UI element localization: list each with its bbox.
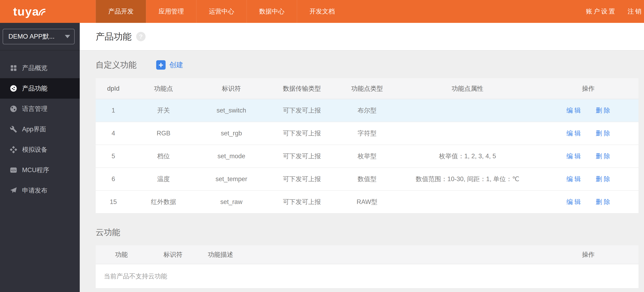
cell-dpid: 6 [96,168,131,191]
cell-identifier: set_switch [196,99,266,122]
table-row: 4 RGB set_rgb 可下发可上报 字符型 编 辑 删 除 [96,122,638,145]
project-selector-section: DEMO APP默... [0,23,80,50]
delete-link[interactable]: 删 除 [596,175,610,183]
edit-link[interactable]: 编 辑 [566,175,581,183]
content-area: 自定义功能 + 创建 dpId 功能点 标识符 数据传输类型 功能点类型 功能点… [80,51,644,288]
table-row: 6 温度 set_temper 可下发可上报 数值型 数值范围：10-30, 间… [96,168,638,191]
cell-identifier: set_temper [196,168,266,191]
cell-transfer: 可下发可上报 [266,122,337,145]
account-settings-link[interactable]: 账户设置 [586,7,616,16]
delete-link[interactable]: 删 除 [596,130,610,137]
cell-type: RAW型 [337,191,397,213]
tab-app-management[interactable]: 应用管理 [146,0,196,23]
sidebar-menu: 产品概览 产品功能 语言管理 App界面 模拟设备 [0,50,80,201]
cell-dpid: 4 [96,122,131,145]
cell-transfer: 可下发可上报 [266,191,337,213]
cell-type: 枚举型 [337,145,397,168]
code-icon: </> [10,166,17,174]
sidebar-item-language-management[interactable]: 语言管理 [0,99,80,119]
cell-dpid: 1 [96,99,131,122]
logo-text: tuya [13,5,39,17]
sidebar-item-label: 申请发布 [22,186,48,195]
delete-link[interactable]: 删 除 [596,198,610,205]
custom-functions-section-head: 自定义功能 + 创建 [96,59,638,70]
cell-identifier: set_raw [196,191,266,213]
cell-dpid: 15 [96,191,131,213]
globe-icon [10,105,17,112]
sidebar-item-virtual-device[interactable]: 模拟设备 [0,139,80,160]
sidebar-item-app-ui[interactable]: App界面 [0,119,80,139]
cell-attrs [397,191,538,213]
col-spacer [242,245,538,264]
cloud-functions-heading: 云功能 [96,227,638,238]
cell-identifier: set_mode [196,145,266,168]
table-row: 1 开关 set_switch 可下发可上报 布尔型 编 辑 删 除 [96,99,638,122]
custom-functions-heading: 自定义功能 [96,59,136,70]
create-button-label: 创建 [169,60,183,70]
edit-link[interactable]: 编 辑 [566,198,581,205]
cell-identifier: set_rgb [196,122,266,145]
cell-name: RGB [131,122,196,145]
sidebar-item-label: App界面 [22,125,46,134]
tab-operation-center[interactable]: 运营中心 [196,0,246,23]
plus-icon: + [156,60,166,70]
empty-state-text: 当前产品不支持云功能 [96,264,638,288]
cell-type: 数值型 [337,168,397,191]
col-identifier: 标识符 [147,245,199,264]
cell-actions: 编 辑 删 除 [538,99,638,122]
edit-link[interactable]: 编 辑 [566,107,581,114]
cell-name: 红外数据 [131,191,196,213]
topbar-right: 账户设置 注销 [586,0,644,23]
tuya-logo[interactable]: tuya [0,0,80,23]
tab-data-center[interactable]: 数据中心 [246,0,297,23]
cell-transfer: 可下发可上报 [266,168,337,191]
create-button[interactable]: + 创建 [156,60,183,70]
sidebar-item-mcu-program[interactable]: </> MCU程序 [0,160,80,180]
table-header-row: 功能 标识符 功能描述 操作 [96,245,638,264]
cell-name: 温度 [131,168,196,191]
empty-state-row: 当前产品不支持云功能 [96,264,638,288]
main-nav: 产品开发 应用管理 运营中心 数据中心 开发文档 [96,0,347,23]
wrench-icon [10,126,17,133]
cell-transfer: 可下发可上报 [266,99,337,122]
table-row: 15 红外数据 set_raw 可下发可上报 RAW型 编 辑 删 除 [96,191,638,213]
help-icon[interactable]: ? [136,32,146,41]
delete-link[interactable]: 删 除 [596,107,610,114]
col-transfer-type: 数据传输类型 [266,78,337,99]
main-content: 产品功能 ? 自定义功能 + 创建 dpId 功能点 标识符 数据传输类型 功 [80,23,644,292]
tab-dev-docs[interactable]: 开发文档 [297,0,347,23]
sidebar-item-product-overview[interactable]: 产品概览 [0,58,80,78]
topbar: tuya 产品开发 应用管理 运营中心 数据中心 开发文档 账户设置 注销 [0,0,644,23]
chevron-down-icon [65,35,70,38]
sidebar-item-apply-release[interactable]: 申请发布 [0,180,80,201]
col-description: 功能描述 [199,245,242,264]
col-identifier: 标识符 [196,78,266,99]
col-dp-type: 功能点类型 [337,78,397,99]
col-function: 功能 [96,245,147,264]
sidebar-item-label: 语言管理 [22,105,48,113]
cell-attrs: 枚举值：1, 2, 3, 4, 5 [397,145,538,168]
sidebar: DEMO APP默... 产品概览 产品功能 语言管理 App [0,23,80,292]
project-selector[interactable]: DEMO APP默... [3,29,74,44]
sidebar-item-label: MCU程序 [22,166,49,174]
sidebar-item-product-functions[interactable]: 产品功能 [0,78,80,99]
cell-actions: 编 辑 删 除 [538,145,638,168]
cell-attrs [397,122,538,145]
col-actions: 操作 [538,78,638,99]
edit-link[interactable]: 编 辑 [566,153,581,160]
logout-link[interactable]: 注销 [628,7,643,16]
page-title: 产品功能 [96,31,132,43]
delete-link[interactable]: 删 除 [596,153,610,160]
cell-actions: 编 辑 删 除 [538,191,638,213]
cell-dpid: 5 [96,145,131,168]
sidebar-item-label: 产品功能 [22,84,48,93]
cell-name: 档位 [131,145,196,168]
datapoint-icon [10,85,17,92]
tab-product-development[interactable]: 产品开发 [96,0,146,23]
cell-actions: 编 辑 删 除 [538,122,638,145]
grid-icon [10,64,17,72]
cell-type: 布尔型 [337,99,397,122]
table-header-row: dpId 功能点 标识符 数据传输类型 功能点类型 功能点属性 操作 [96,78,638,99]
project-selector-value: DEMO APP默... [8,32,65,41]
edit-link[interactable]: 编 辑 [566,130,581,137]
